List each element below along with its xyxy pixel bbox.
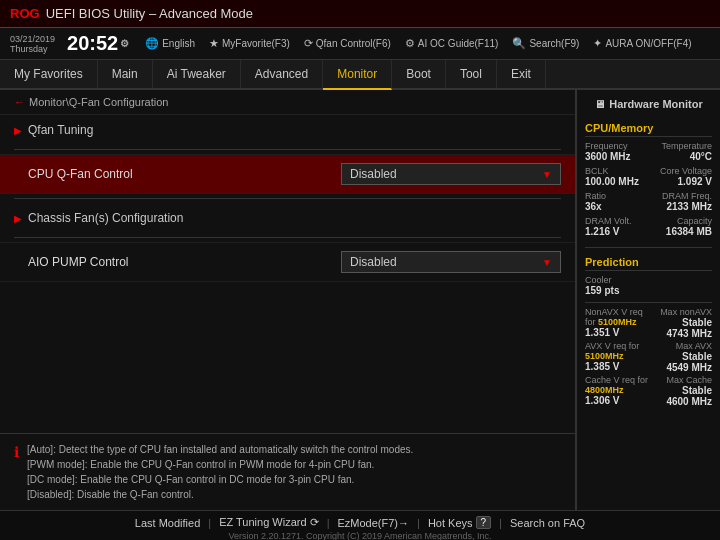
footer-top: Last Modified | EZ Tuning Wizard ⟳ | EzM… — [135, 516, 585, 529]
qfan-tuning-section[interactable]: ▶ Qfan Tuning — [0, 115, 575, 145]
search-on-faq-button[interactable]: Search on FAQ — [510, 517, 585, 529]
nav-my-favorites[interactable]: My Favorites — [0, 60, 98, 88]
cpu-qfan-control-row[interactable]: CPU Q-Fan Control Disabled ▼ — [0, 154, 575, 194]
qfan-tuning-label: Qfan Tuning — [28, 123, 93, 137]
monitor-icon: 🖥 — [594, 98, 605, 110]
nav-ai-tweaker[interactable]: Ai Tweaker — [153, 60, 241, 88]
breadcrumb-back[interactable]: ← — [14, 96, 25, 108]
sb-cache: Cache V req for 4800MHz 1.306 V Max Cach… — [585, 375, 712, 407]
footer-version: Version 2.20.1271. Copyright (C) 2019 Am… — [228, 531, 491, 540]
section-arrow-chassis: ▶ — [14, 213, 22, 224]
main-layout: ← Monitor\Q-Fan Configuration ▶ Qfan Tun… — [0, 90, 720, 510]
chassis-fans-label: Chassis Fan(s) Configuration — [28, 211, 183, 225]
info-icon: ℹ — [14, 444, 19, 460]
separator-2 — [14, 198, 561, 199]
aio-pump-label: AIO PUMP Control — [28, 255, 341, 269]
last-modified-button[interactable]: Last Modified — [135, 517, 200, 529]
nav-monitor[interactable]: Monitor — [323, 60, 392, 90]
rog-logo: ROG — [10, 6, 40, 21]
nav-tool[interactable]: Tool — [446, 60, 497, 88]
aio-pump-value: Disabled — [350, 255, 397, 269]
info-bar-items: 🌐 English ★ MyFavorite(F3) ⟳ Qfan Contro… — [145, 37, 691, 50]
sidebar-divider-1 — [585, 247, 712, 248]
cpu-qfan-value: Disabled — [350, 167, 397, 181]
content-area: ← Monitor\Q-Fan Configuration ▶ Qfan Tun… — [0, 90, 575, 510]
search-shortcut[interactable]: 🔍 Search(F9) — [512, 37, 579, 50]
cpu-qfan-dropdown[interactable]: Disabled ▼ — [341, 163, 561, 185]
ez-tuning-wizard-button[interactable]: EZ Tuning Wizard ⟳ — [219, 516, 318, 529]
ai-oc-guide-shortcut[interactable]: ⚙ AI OC Guide(F11) — [405, 37, 499, 50]
aura-icon: ✦ — [593, 37, 602, 50]
fan-icon: ⟳ — [304, 37, 313, 50]
title-bar: ROG UEFI BIOS Utility – Advanced Mode — [0, 0, 720, 28]
clock-display: 20:52 ⚙ — [67, 32, 129, 55]
sb-row-bclk: BCLK 100.00 MHz Core Voltage 1.092 V — [585, 166, 712, 187]
nav-advanced[interactable]: Advanced — [241, 60, 323, 88]
sidebar-title: 🖥 Hardware Monitor — [585, 98, 712, 110]
footer: Last Modified | EZ Tuning Wizard ⟳ | EzM… — [0, 510, 720, 540]
cpu-memory-section-title: CPU/Memory — [585, 122, 712, 137]
prediction-section-title: Prediction — [585, 256, 712, 271]
content-body: ▶ Qfan Tuning CPU Q-Fan Control Disabled… — [0, 115, 575, 433]
info-panel: ℹ [Auto]: Detect the type of CPU fan ins… — [0, 433, 575, 510]
title-bar-text: UEFI BIOS Utility – Advanced Mode — [46, 6, 253, 21]
sb-cooler: Cooler 159 pts — [585, 275, 712, 296]
date-display: 03/21/2019 Thursday — [10, 34, 55, 54]
favorites-icon: ★ — [209, 37, 219, 50]
dropdown-arrow-icon: ▼ — [542, 169, 552, 180]
hot-keys-button[interactable]: Hot Keys ? — [428, 516, 491, 529]
language-selector[interactable]: 🌐 English — [145, 37, 195, 50]
hardware-monitor-sidebar: 🖥 Hardware Monitor CPU/Memory Frequency … — [575, 90, 720, 510]
sb-row-freq: Frequency 3600 MHz Temperature 40°C — [585, 141, 712, 162]
breadcrumb: ← Monitor\Q-Fan Configuration — [0, 90, 575, 115]
separator-1 — [14, 149, 561, 150]
nav-bar: My Favorites Main Ai Tweaker Advanced Mo… — [0, 60, 720, 90]
aio-pump-control-row[interactable]: AIO PUMP Control Disabled ▼ — [0, 242, 575, 282]
chassis-fans-section[interactable]: ▶ Chassis Fan(s) Configuration — [0, 203, 575, 233]
nav-boot[interactable]: Boot — [392, 60, 446, 88]
sidebar-divider-2 — [585, 302, 712, 303]
section-arrow-qfan: ▶ — [14, 125, 22, 136]
search-icon: 🔍 — [512, 37, 526, 50]
nav-exit[interactable]: Exit — [497, 60, 546, 88]
sb-nonavx: NonAVX V req for 5100MHz 1.351 V Max non… — [585, 307, 712, 339]
cpu-qfan-label: CPU Q-Fan Control — [28, 167, 341, 181]
my-favorites-shortcut[interactable]: ★ MyFavorite(F3) — [209, 37, 290, 50]
info-bar: 03/21/2019 Thursday 20:52 ⚙ 🌐 English ★ … — [0, 28, 720, 60]
dropdown-arrow-icon-2: ▼ — [542, 257, 552, 268]
qfan-control-shortcut[interactable]: ⟳ Qfan Control(F6) — [304, 37, 391, 50]
sb-avx: AVX V req for 5100MHz 1.385 V Max AVX St… — [585, 341, 712, 373]
nav-main[interactable]: Main — [98, 60, 153, 88]
info-text: [Auto]: Detect the type of CPU fan insta… — [27, 442, 413, 502]
language-icon: 🌐 — [145, 37, 159, 50]
sb-row-ratio: Ratio 36x DRAM Freq. 2133 MHz — [585, 191, 712, 212]
separator-3 — [14, 237, 561, 238]
cpu-memory-data: Frequency 3600 MHz Temperature 40°C BCLK… — [585, 141, 712, 239]
oc-icon: ⚙ — [405, 37, 415, 50]
ez-mode-button[interactable]: EzMode(F7)→ — [337, 517, 409, 529]
aio-pump-dropdown[interactable]: Disabled ▼ — [341, 251, 561, 273]
aura-shortcut[interactable]: ✦ AURA ON/OFF(F4) — [593, 37, 691, 50]
breadcrumb-path: Monitor\Q-Fan Configuration — [29, 96, 168, 108]
sb-row-dram: DRAM Volt. 1.216 V Capacity 16384 MB — [585, 216, 712, 237]
